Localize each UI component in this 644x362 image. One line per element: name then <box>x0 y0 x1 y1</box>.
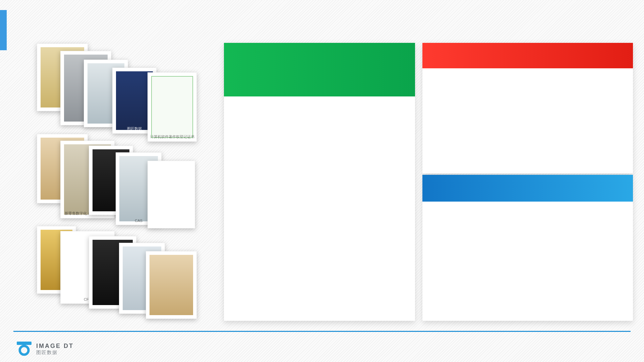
svg-rect-1 <box>17 342 32 345</box>
brand-name-cn: 图匠数据 <box>36 350 74 356</box>
thumb-caption: 计算机软件著作权登记证书 <box>148 134 196 139</box>
footer-logo: IMAGE DT 图匠数据 <box>17 342 74 356</box>
accent-tab <box>0 10 7 50</box>
card-red <box>422 43 633 173</box>
card-green-header <box>224 43 415 96</box>
thumb-gov-cert <box>148 161 195 228</box>
thumb-software-copyright: 计算机软件著作权登记证书 <box>148 72 197 142</box>
slide-canvas: 图匠数据 计算机软件著作权登记证书 新零售数字化 年度合作伙伴 CAS <box>0 0 644 362</box>
awards-collage: 图匠数据 计算机软件著作权登记证书 新零售数字化 年度合作伙伴 CAS <box>37 44 208 321</box>
divider-bottom <box>13 331 631 332</box>
card-blue-header <box>422 175 633 202</box>
thumb-framed-cert-2 <box>146 251 197 319</box>
card-red-header <box>422 43 633 68</box>
brand-mark-icon <box>17 342 32 356</box>
svg-point-0 <box>20 346 28 355</box>
card-green <box>224 43 415 321</box>
card-blue <box>422 175 633 321</box>
brand-name-en: IMAGE DT <box>36 343 74 350</box>
